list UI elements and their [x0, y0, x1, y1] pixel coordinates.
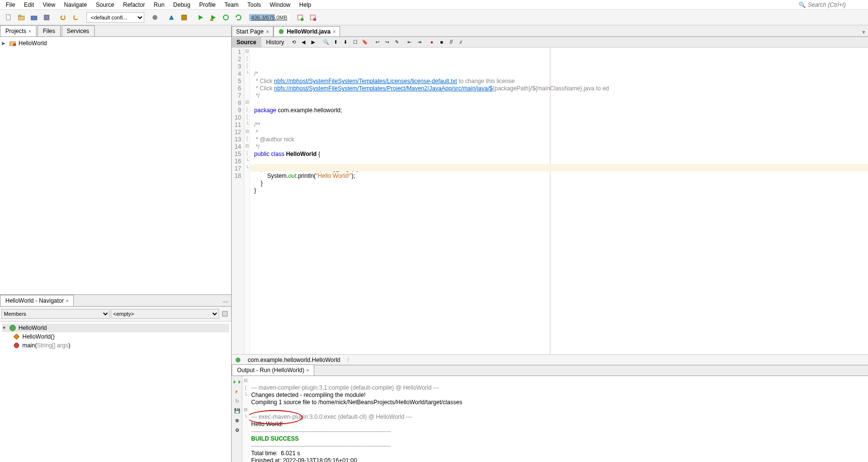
save-all-button[interactable] [41, 12, 52, 23]
new-file-button[interactable] [3, 12, 15, 23]
menu-team[interactable]: Team [221, 0, 242, 9]
menu-run[interactable]: Run [150, 0, 169, 9]
line-gutter[interactable]: 123456789101112131415161718 [232, 48, 244, 354]
code-content[interactable]: /* * Click nbfs://nbhost/SystemFileSyste… [250, 48, 868, 354]
nav-constructor-node[interactable]: HelloWorld() [2, 332, 229, 341]
class-icon [235, 357, 241, 363]
menu-refactor[interactable]: Refactor [119, 0, 149, 9]
menu-view[interactable]: View [39, 0, 59, 9]
editor-source-tab[interactable]: Source [232, 37, 261, 47]
config-combo[interactable]: <default confi... [86, 12, 144, 23]
output-tab[interactable]: Output - Run (HelloWorld)× [232, 364, 314, 376]
clean-build-button[interactable] [166, 12, 177, 23]
constructor-icon [13, 333, 20, 341]
forward-button[interactable]: ▶ [309, 38, 318, 47]
close-icon[interactable]: × [333, 29, 336, 34]
menu-tools[interactable]: Tools [243, 0, 265, 9]
close-icon[interactable]: × [306, 368, 309, 373]
navigator-tab[interactable]: HelloWorld - Navigator× [0, 295, 74, 306]
minimize-icon[interactable]: — [220, 297, 231, 306]
close-icon[interactable]: × [28, 29, 31, 34]
tab-helloworld-java[interactable]: HelloWorld.java× [273, 26, 340, 36]
find-sel-button[interactable]: 🔍 [322, 38, 330, 47]
breadcrumb-class[interactable]: com.example.helloworld.HelloWorld [244, 356, 344, 364]
find-prev-button[interactable]: ⬆ [331, 38, 340, 47]
reload-button[interactable] [233, 12, 244, 23]
chevron-down-icon[interactable]: ▼ [2, 325, 7, 330]
editor-history-tab[interactable]: History [261, 37, 289, 47]
build-project-button[interactable] [178, 12, 190, 23]
rerun-button[interactable]: ⏵⏵ [233, 377, 241, 386]
menu-debug[interactable]: Debug [170, 0, 194, 9]
svg-point-16 [14, 343, 19, 348]
shift-left-button[interactable]: ⇤ [405, 38, 414, 47]
tab-services[interactable]: Services [62, 25, 95, 36]
menu-help[interactable]: Help [295, 0, 315, 9]
redo-button[interactable] [70, 12, 82, 23]
code-editor[interactable]: 123456789101112131415161718 ⊟││└ ⊟││└⊟│⊟… [232, 48, 868, 354]
last-edit-button[interactable]: ⟲ [289, 38, 298, 47]
editor-tabs: Start Page× HelloWorld.java× ▾ [232, 25, 868, 37]
fold-column[interactable]: ⊟││└ ⊟││└⊟│⊟│└└ [244, 48, 250, 354]
nav-class-node[interactable]: ▼ HelloWorld [2, 324, 229, 332]
chevron-right-icon[interactable]: ▶ [2, 41, 7, 46]
uncomment-button[interactable]: ⫽ [457, 38, 465, 47]
shift-right-button[interactable]: ⇥ [415, 38, 424, 47]
build-button[interactable] [149, 12, 161, 23]
rerun-failed-button[interactable]: ⏵ [233, 387, 241, 395]
menu-source[interactable]: Source [92, 0, 118, 9]
macro-record-button[interactable]: ● [427, 38, 436, 47]
settings-output-button[interactable]: ⚙ [233, 426, 241, 434]
tab-projects[interactable]: Projects× [0, 25, 36, 36]
save-output-button[interactable]: 💾 [233, 406, 241, 415]
svg-point-10 [313, 18, 316, 21]
global-search[interactable]: 🔍 [799, 1, 866, 8]
chevron-right-icon: 〉 [347, 356, 353, 364]
next-bookmark-button[interactable]: ↪ [383, 38, 391, 47]
close-icon[interactable]: × [266, 29, 269, 34]
tab-overflow-icon[interactable]: ▾ [859, 28, 868, 36]
memory-indicator[interactable]: 436.3/675.0MB [249, 14, 289, 21]
run-button[interactable] [195, 12, 206, 23]
clear-output-button[interactable]: ⊗ [233, 416, 241, 425]
navigator-settings-button[interactable] [220, 308, 230, 320]
stop-icon[interactable] [307, 12, 319, 23]
open-project-button[interactable] [28, 12, 40, 23]
navigator-scope-combo[interactable]: Members [1, 309, 110, 319]
output-text[interactable]: --- maven-compiler-plugin:3.1:compile (d… [249, 376, 868, 462]
toggle-bookmark-button[interactable]: 🔖 [360, 38, 369, 47]
nav-method-node[interactable]: main(String[] args) [2, 341, 229, 350]
new-project-button[interactable] [16, 12, 27, 23]
pause-icon[interactable] [294, 12, 306, 23]
output-fold-column[interactable]: ⊟│└ ⊟└ [242, 376, 249, 462]
menu-file[interactable]: File [2, 0, 19, 9]
menu-profile[interactable]: Profile [195, 0, 220, 9]
method-icon [13, 342, 20, 349]
tab-start-page[interactable]: Start Page× [232, 26, 273, 36]
project-root-node[interactable]: ▶ HelloWorld [2, 39, 229, 48]
diff-button[interactable]: ✎ [392, 38, 401, 47]
navigator-filter-combo[interactable]: <empty> [111, 309, 219, 319]
stop-output-button[interactable]: ↻ [233, 396, 241, 405]
back-button[interactable]: ◀ [299, 38, 308, 47]
search-input[interactable] [808, 1, 866, 8]
close-icon[interactable]: × [66, 298, 69, 304]
debug-button[interactable] [207, 12, 219, 23]
find-next-button[interactable]: ⬇ [341, 38, 350, 47]
comment-button[interactable]: // [447, 38, 456, 47]
menu-navigate[interactable]: Navigate [60, 0, 91, 9]
prev-bookmark-button[interactable]: ↩ [373, 38, 382, 47]
toggle-highlight-button[interactable]: ☐ [351, 38, 359, 47]
search-icon: 🔍 [799, 1, 806, 8]
macro-stop-button[interactable]: ■ [437, 38, 446, 47]
project-tree[interactable]: ▶ HelloWorld [0, 37, 231, 294]
navigator-panel: HelloWorld - Navigator× — Members <empty… [0, 294, 231, 462]
menu-edit[interactable]: Edit [20, 0, 38, 9]
profile-button[interactable] [220, 12, 232, 23]
menu-window[interactable]: Window [266, 0, 294, 9]
svg-rect-4 [44, 15, 49, 20]
undo-button[interactable] [57, 12, 69, 23]
tab-files[interactable]: Files [37, 25, 60, 36]
menu-bar: File Edit View Navigate Source Refactor … [0, 0, 868, 10]
navigator-tree[interactable]: ▼ HelloWorld HelloWorld() main(String[] … [0, 322, 231, 462]
